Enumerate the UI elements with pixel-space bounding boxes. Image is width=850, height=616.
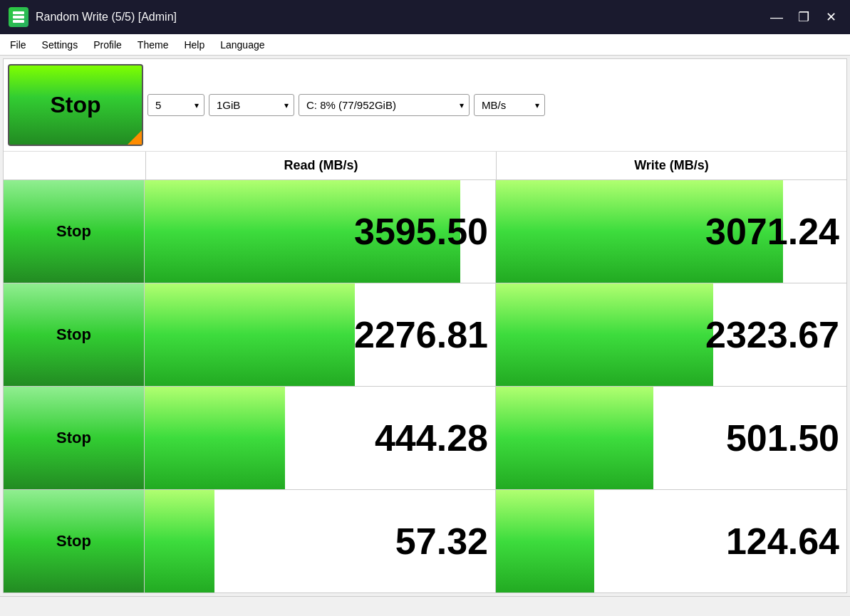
read-value-text-2: 444.28 — [375, 417, 488, 459]
read-value-text-0: 3595.50 — [354, 210, 488, 253]
write-value-text-2: 501.50 — [726, 417, 839, 459]
queue-select[interactable]: 1234581632 — [147, 94, 204, 116]
menu-item-help[interactable]: Help — [177, 38, 212, 52]
write-value-text-1: 2323.67 — [705, 313, 839, 356]
read-value-cell-0: 3595.50 — [145, 180, 496, 283]
titlebar: Random Write (5/5) [Admin] — ❐ ✕ — [0, 0, 850, 34]
controls-row: Stop 1234581632 512MiB1GiB2GiB4GiB8GiB16… — [4, 59, 846, 152]
table-row: Stop3595.503071.24 — [4, 180, 846, 283]
menu-item-settings[interactable]: Settings — [35, 38, 85, 52]
drive-dropdown-wrapper: C: 8% (77/952GiB) — [299, 94, 470, 116]
svg-rect-0 — [13, 16, 24, 19]
main-panel: Stop 1234581632 512MiB1GiB2GiB4GiB8GiB16… — [3, 58, 847, 593]
main-stop-button[interactable]: Stop — [8, 64, 143, 146]
minimize-button[interactable]: — — [766, 6, 787, 28]
table-row: Stop2276.812323.67 — [4, 283, 846, 387]
queue-dropdown-wrapper: 1234581632 — [147, 94, 204, 116]
menu-item-theme[interactable]: Theme — [130, 38, 176, 52]
row-stop-button-3[interactable]: Stop — [4, 490, 145, 592]
close-button[interactable]: ✕ — [820, 6, 841, 28]
drive-select[interactable]: C: 8% (77/952GiB) — [299, 94, 470, 116]
read-value-cell-3: 57.32 — [145, 490, 496, 592]
write-value-text-0: 3071.24 — [705, 210, 839, 253]
window-controls: — ❐ ✕ — [766, 6, 841, 28]
size-select[interactable]: 512MiB1GiB2GiB4GiB8GiB16GiB32GiB64GiB — [209, 94, 294, 116]
svg-rect-1 — [13, 11, 24, 14]
menubar: FileSettingsProfileThemeHelpLanguage — [0, 34, 850, 56]
unit-select[interactable]: MB/sGB/sIOPS — [474, 94, 545, 116]
read-value-text-3: 57.32 — [395, 520, 488, 563]
size-dropdown-wrapper: 512MiB1GiB2GiB4GiB8GiB16GiB32GiB64GiB — [209, 94, 294, 116]
restore-button[interactable]: ❐ — [793, 6, 814, 28]
menu-item-file[interactable]: File — [3, 38, 33, 52]
app-icon — [9, 7, 28, 27]
row-stop-button-0[interactable]: Stop — [4, 180, 145, 283]
write-value-text-3: 124.64 — [726, 520, 839, 563]
write-value-cell-2: 501.50 — [496, 387, 846, 489]
row-stop-button-2[interactable]: Stop — [4, 387, 145, 489]
data-rows: Stop3595.503071.24Stop2276.812323.67Stop… — [4, 180, 846, 592]
unit-dropdown-wrapper: MB/sGB/sIOPS — [474, 94, 545, 116]
table-row: Stop444.28501.50 — [4, 387, 846, 490]
column-headers: Read (MB/s) Write (MB/s) — [4, 152, 846, 180]
status-bar — [0, 596, 850, 616]
spacer — [4, 152, 146, 179]
table-row: Stop57.32124.64 — [4, 490, 846, 592]
menu-item-language[interactable]: Language — [213, 38, 271, 52]
write-value-cell-0: 3071.24 — [496, 180, 846, 283]
read-value-text-1: 2276.81 — [354, 313, 488, 356]
row-stop-button-1[interactable]: Stop — [4, 283, 145, 386]
read-value-cell-2: 444.28 — [145, 387, 496, 489]
write-value-cell-3: 124.64 — [496, 490, 846, 592]
write-header: Write (MB/s) — [497, 152, 846, 179]
read-value-cell-1: 2276.81 — [145, 283, 496, 386]
svg-rect-2 — [13, 20, 24, 23]
window-title: Random Write (5/5) [Admin] — [36, 11, 759, 24]
menu-item-profile[interactable]: Profile — [86, 38, 129, 52]
read-header: Read (MB/s) — [146, 152, 497, 179]
write-value-cell-1: 2323.67 — [496, 283, 846, 386]
